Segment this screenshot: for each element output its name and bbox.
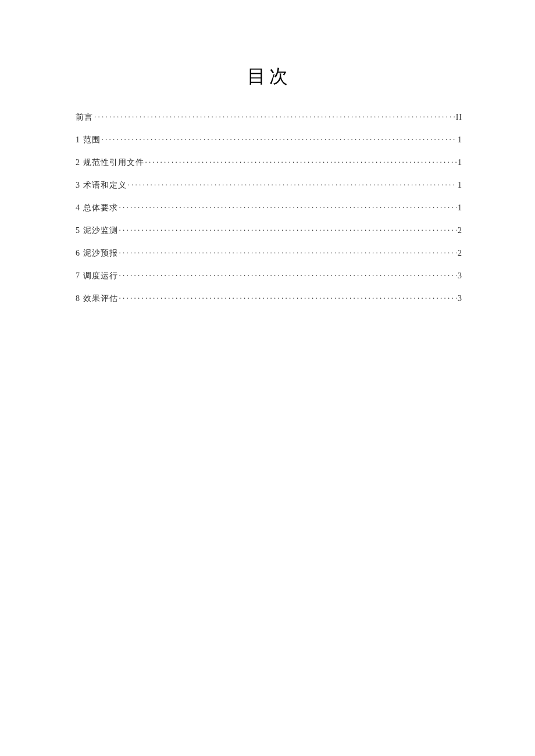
toc-entry: 4 总体要求 1	[76, 202, 462, 213]
toc-entry: 5 泥沙监测 2	[76, 225, 462, 236]
toc-label: 6 泥沙预报	[76, 248, 118, 259]
toc-page-number: 3	[458, 271, 462, 281]
toc-label: 4 总体要求	[76, 203, 118, 213]
toc-label: 2 规范性引用文件	[76, 157, 144, 168]
toc-label: 5 泥沙监测	[76, 225, 118, 236]
toc-leader	[119, 248, 457, 256]
toc-entry: 2 规范性引用文件 1	[76, 157, 462, 168]
toc-leader	[119, 202, 457, 210]
toc-page-number: 1	[458, 203, 462, 213]
page-title: 目次	[76, 64, 462, 89]
document-page: 目次 前言 II 1 范围 1 2 规范性引用文件 1 3 术语和定义 1 4 …	[0, 0, 535, 304]
toc-label: 7 调度运行	[76, 271, 118, 281]
toc-label: 前言	[76, 112, 93, 123]
toc-leader	[128, 180, 457, 188]
toc-page-number: 3	[458, 294, 462, 303]
toc-leader	[119, 270, 457, 278]
toc-page-number: II	[456, 113, 462, 122]
toc-entry: 前言 II	[76, 112, 462, 123]
toc-entry: 1 范围 1	[76, 134, 462, 145]
toc-page-number: 2	[458, 249, 462, 258]
toc-label: 3 术语和定义	[76, 180, 127, 191]
toc-page-number: 2	[458, 226, 462, 235]
toc-leader	[145, 157, 457, 165]
toc-entry: 7 调度运行 3	[76, 270, 462, 281]
toc-entry: 6 泥沙预报 2	[76, 248, 462, 259]
toc-label: 1 范围	[76, 135, 101, 145]
toc-leader	[94, 112, 455, 120]
toc-leader	[102, 134, 457, 142]
toc-page-number: 1	[458, 158, 462, 167]
toc-entry: 8 效果评估 3	[76, 293, 462, 304]
toc-page-number: 1	[458, 135, 462, 145]
toc-label: 8 效果评估	[76, 293, 118, 304]
toc-page-number: 1	[458, 181, 462, 190]
toc-leader	[119, 225, 457, 233]
toc-leader	[119, 293, 457, 301]
toc-entry: 3 术语和定义 1	[76, 180, 462, 191]
